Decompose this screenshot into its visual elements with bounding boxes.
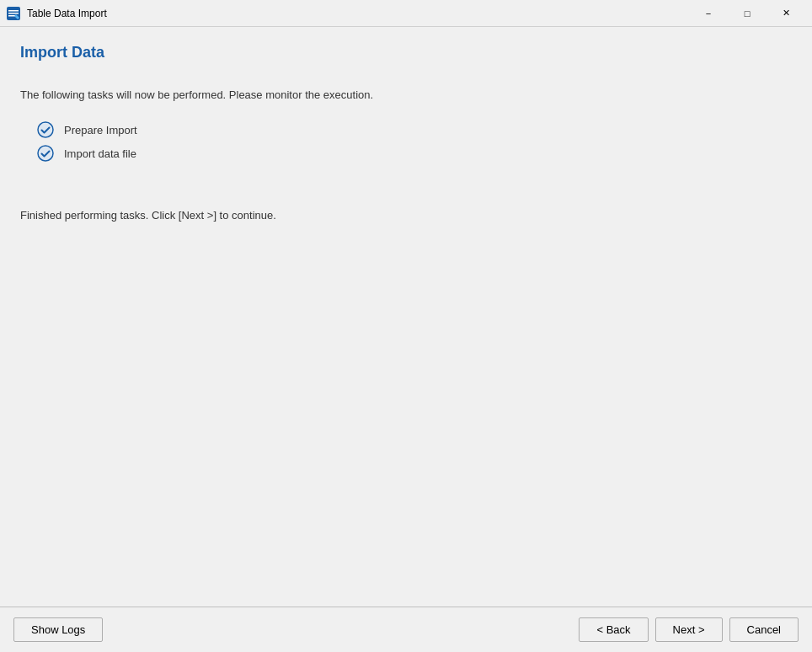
svg-point-6 [39, 123, 52, 136]
app-icon [7, 7, 20, 20]
description-text: The following tasks will now be performe… [20, 88, 792, 101]
show-logs-button[interactable]: Show Logs [13, 617, 103, 642]
task-label-import: Import data file [64, 147, 136, 160]
task-item-prepare: Prepare Import [37, 121, 792, 138]
svg-point-8 [39, 147, 52, 160]
task-item-import: Import data file [37, 145, 792, 162]
tasks-list: Prepare Import Import data file [37, 121, 792, 168]
footer-right: < Back Next > Cancel [579, 617, 799, 642]
footer: Show Logs < Back Next > Cancel [0, 607, 812, 652]
svg-rect-2 [8, 13, 19, 14]
title-bar: Table Data Import − □ ✕ [0, 0, 812, 27]
footer-left: Show Logs [13, 617, 103, 642]
minimize-button[interactable]: − [689, 0, 728, 27]
cancel-button[interactable]: Cancel [729, 617, 799, 642]
window-controls: − □ ✕ [689, 0, 805, 27]
next-button[interactable]: Next > [655, 617, 723, 642]
check-icon-prepare [37, 121, 54, 138]
status-message: Finished performing tasks. Click [Next >… [20, 209, 792, 222]
maximize-button[interactable]: □ [728, 0, 767, 27]
window-title: Table Data Import [27, 8, 689, 19]
back-button[interactable]: < Back [579, 617, 648, 642]
task-label-prepare: Prepare Import [64, 124, 137, 136]
svg-rect-1 [8, 10, 19, 12]
check-icon-import [37, 145, 54, 162]
page-title: Import Data [20, 44, 792, 61]
main-content: Import Data The following tasks will now… [0, 27, 812, 607]
svg-rect-3 [8, 15, 15, 17]
close-button[interactable]: ✕ [767, 0, 805, 27]
